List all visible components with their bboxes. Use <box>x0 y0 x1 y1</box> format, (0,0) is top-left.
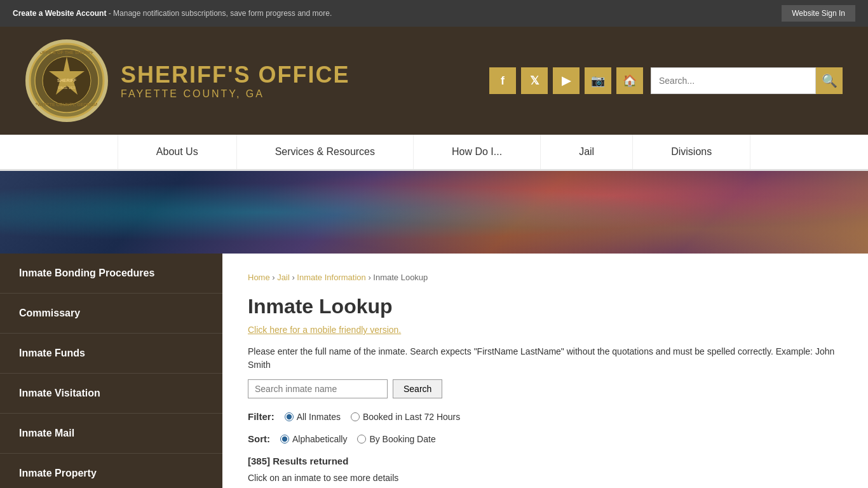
header-search-input[interactable] <box>651 67 816 94</box>
sort-booking-date-label: By Booking Date <box>369 434 435 444</box>
sign-in-button[interactable]: Website Sign In <box>782 5 855 22</box>
filter-booked-72[interactable]: Booked in Last 72 Hours <box>351 412 460 422</box>
sidebar-item-inmate-bonding[interactable]: Inmate Bonding Procedures <box>0 254 222 294</box>
sort-radio-group: Alphabetically By Booking Date <box>280 434 436 444</box>
search-description: Please enter the full name of the inmate… <box>248 345 843 372</box>
nav-item-divisions[interactable]: Divisions <box>633 135 750 169</box>
nav-item-services[interactable]: Services & Resources <box>237 135 414 169</box>
filter-all-inmates[interactable]: All Inmates <box>285 412 341 422</box>
filter-all-inmates-label: All Inmates <box>297 412 341 422</box>
header-title-block: SHERIFF'S OFFICE FAYETTE COUNTY, GA <box>121 62 350 100</box>
sort-alphabetically[interactable]: Alphabetically <box>280 434 347 444</box>
filter-row: Filter: All Inmates Booked in Last 72 Ho… <box>248 411 843 422</box>
header-search-button[interactable]: 🔍 <box>816 67 843 94</box>
header-right-area: f 𝕏 ▶ 📷 🏠 🔍 <box>489 67 843 94</box>
sort-row: Sort: Alphabetically By Booking Date <box>248 433 843 444</box>
sort-alphabetically-label: Alphabetically <box>292 434 347 444</box>
site-title: SHERIFF'S OFFICE <box>121 62 350 88</box>
top-banner: Create a Website Account - Manage notifi… <box>0 0 868 27</box>
sidebar-item-inmate-mail[interactable]: Inmate Mail <box>0 414 222 454</box>
sidebar-item-inmate-property[interactable]: Inmate Property <box>0 454 222 488</box>
inmate-search-button[interactable]: Search <box>393 379 442 398</box>
inmate-search-row: Search <box>248 379 843 398</box>
sort-label: Sort: <box>248 433 270 444</box>
filter-radio-group: All Inmates Booked in Last 72 Hours <box>285 412 461 422</box>
page-title: Inmate Lookup <box>248 295 843 318</box>
main-content: Home › Jail › Inmate Information › Inmat… <box>222 254 868 488</box>
mobile-friendly-link[interactable]: Click here for a mobile friendly version… <box>248 325 401 335</box>
filter-booked-72-label: Booked in Last 72 Hours <box>363 412 460 422</box>
svg-text:SINCE 1823: SINCE 1823 <box>58 86 76 90</box>
main-layout: Inmate Bonding Procedures Commissary Inm… <box>0 254 868 488</box>
nav-item-about-us[interactable]: About Us <box>118 135 237 169</box>
site-subtitle: FAYETTE COUNTY, GA <box>121 88 350 100</box>
nav-item-jail[interactable]: Jail <box>541 135 633 169</box>
filter-label: Filter: <box>248 411 275 422</box>
social-icons-group: f 𝕏 ▶ 📷 🏠 <box>489 67 643 94</box>
filter-all-inmates-radio[interactable] <box>285 412 294 421</box>
sidebar-item-commissary[interactable]: Commissary <box>0 294 222 334</box>
sidebar-item-inmate-funds[interactable]: Inmate Funds <box>0 334 222 374</box>
banner-dash-text: - Manage notification subscriptions, sav… <box>109 9 332 18</box>
inmate-search-input[interactable] <box>248 379 388 398</box>
banner-text: Create a Website Account - Manage notifi… <box>13 9 332 18</box>
sort-booking-date[interactable]: By Booking Date <box>357 434 435 444</box>
site-header: OFFICE OF THE SHERIFF FAYETTE COUNTY, GE… <box>0 27 868 135</box>
breadcrumb-inmate-info[interactable]: Inmate Information <box>297 273 365 282</box>
breadcrumb-jail[interactable]: Jail <box>277 273 290 282</box>
sidebar: Inmate Bonding Procedures Commissary Inm… <box>0 254 222 488</box>
header-search-bar: 🔍 <box>651 67 843 94</box>
youtube-icon[interactable]: ▶ <box>553 67 580 94</box>
home-icon[interactable]: 🏠 <box>616 67 643 94</box>
main-nav: About Us Services & Resources How Do I..… <box>0 135 868 171</box>
sort-booking-date-radio[interactable] <box>357 435 366 444</box>
sidebar-item-inmate-visitation[interactable]: Inmate Visitation <box>0 374 222 414</box>
svg-text:FAYETTE COUNTY, GEORGIA: FAYETTE COUNTY, GEORGIA <box>36 102 98 107</box>
header-logo-area: OFFICE OF THE SHERIFF FAYETTE COUNTY, GE… <box>25 39 350 122</box>
hero-image <box>0 171 868 254</box>
svg-text:OFFICE OF THE SHERIFF: OFFICE OF THE SHERIFF <box>39 50 94 55</box>
filter-booked-72-radio[interactable] <box>351 412 360 421</box>
facebook-icon[interactable]: f <box>489 67 516 94</box>
create-account-link[interactable]: Create a Website Account <box>13 9 106 18</box>
sort-alphabetically-radio[interactable] <box>280 435 289 444</box>
breadcrumb-current: Inmate Lookup <box>373 273 428 282</box>
nav-item-how-do-i[interactable]: How Do I... <box>414 135 541 169</box>
breadcrumb-home[interactable]: Home <box>248 273 270 282</box>
results-count: [385] Results returned <box>248 456 843 466</box>
click-instructions: Click on an inmate to see more details <box>248 473 843 483</box>
svg-text:SHERIFF: SHERIFF <box>57 78 77 83</box>
breadcrumb: Home › Jail › Inmate Information › Inmat… <box>248 273 843 282</box>
sheriff-seal-logo: OFFICE OF THE SHERIFF FAYETTE COUNTY, GE… <box>25 39 108 122</box>
instagram-icon[interactable]: 📷 <box>585 67 611 94</box>
twitter-icon[interactable]: 𝕏 <box>521 67 548 94</box>
